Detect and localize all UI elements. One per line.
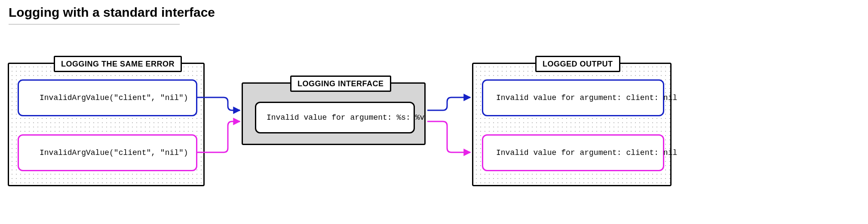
output-line-2: Invalid value for argument: client: nil	[482, 134, 664, 171]
input-panel: LOGGING THE SAME ERROR InvalidArgValue("…	[8, 63, 205, 186]
diagram-root: Logging with a standard interface LOGGIN…	[0, 0, 868, 224]
input-panel-label: LOGGING THE SAME ERROR	[54, 56, 182, 72]
page-title: Logging with a standard interface	[9, 5, 215, 20]
interface-panel: LOGGING INTERFACE Invalid value for argu…	[242, 82, 426, 145]
input-call-1: InvalidArgValue("client", "nil")	[18, 79, 197, 116]
title-underline	[9, 24, 180, 24]
interface-panel-label: LOGGING INTERFACE	[290, 76, 391, 92]
output-panel: LOGGED OUTPUT Invalid value for argument…	[472, 63, 672, 186]
arrow-interface-to-output1	[427, 97, 470, 110]
arrow-interface-to-output2	[427, 121, 470, 152]
output-line-1: Invalid value for argument: client: nil	[482, 79, 664, 116]
interface-format-string: Invalid value for argument: %s: %v	[255, 102, 415, 133]
input-call-2: InvalidArgValue("client", "nil")	[18, 134, 197, 171]
output-panel-label: LOGGED OUTPUT	[535, 56, 620, 72]
